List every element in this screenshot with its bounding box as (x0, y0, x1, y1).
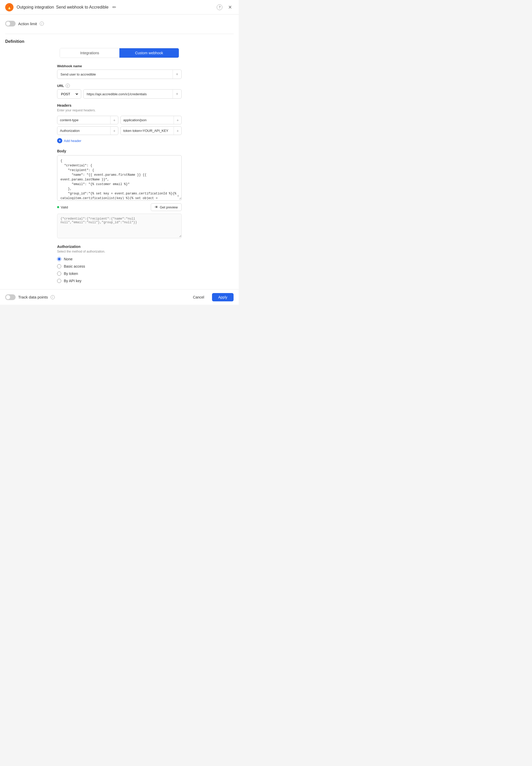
radio-none[interactable] (57, 257, 61, 261)
header-subtitle: Send webhook to Accredible (56, 5, 108, 10)
radio-item-api-key[interactable]: By API key (57, 279, 182, 283)
tab-custom-webhook[interactable]: Custom webhook (119, 48, 179, 58)
divider-1 (5, 34, 234, 34)
header-key-2-input[interactable] (57, 127, 110, 135)
header-key-1-wrap: + (57, 116, 118, 124)
track-data-info-icon: i (51, 295, 55, 299)
add-header-icon: + (57, 138, 62, 143)
edit-title-button[interactable]: ✏ (111, 4, 118, 11)
track-data-toggle[interactable] (5, 294, 16, 300)
radio-item-token[interactable]: By token (57, 272, 182, 276)
body-title: Body (57, 149, 182, 153)
tab-integrations[interactable]: Integrations (60, 48, 119, 58)
preview-textarea[interactable] (57, 214, 181, 237)
definition-section: Definition Integrations Custom webhook W… (5, 39, 234, 283)
svg-text:🔥: 🔥 (7, 5, 12, 10)
radio-item-none[interactable]: None (57, 257, 182, 261)
body-textarea[interactable]: { "credential": { "recipient": { "name":… (57, 155, 181, 200)
radio-token-label: By token (64, 272, 78, 276)
radio-item-basic[interactable]: Basic access (57, 264, 182, 268)
help-button[interactable]: ? (216, 4, 223, 11)
header-key-2-wrap: + (57, 126, 118, 135)
auth-subtitle: Select the method of authorization. (57, 250, 182, 253)
apply-button[interactable]: Apply (212, 293, 234, 301)
action-limit-label: Action limit (18, 22, 37, 26)
webhook-name-input[interactable] (57, 70, 173, 79)
valid-row: Valid 👁 Get preview (57, 203, 182, 211)
headers-section: Headers Enter your request headers. + + (57, 103, 182, 144)
header-title: Outgoing integration (17, 5, 54, 10)
form-section: Webhook name + URL i POST (57, 64, 182, 283)
track-data-slider (5, 294, 16, 300)
radio-basic-label: Basic access (64, 264, 85, 268)
action-limit-info-icon: i (40, 22, 44, 26)
body-plus-button[interactable]: + (177, 194, 179, 198)
track-data-row: Track data points i (5, 294, 55, 300)
body-textarea-wrap: { "credential": { "recipient": { "name":… (57, 155, 182, 201)
header-key-1-input[interactable] (57, 116, 110, 124)
add-header-label: Add header (64, 139, 81, 143)
header-row-1: + + (57, 116, 182, 124)
plus-icon: + (176, 72, 178, 76)
eye-icon: 👁 (155, 205, 158, 209)
header-row-2: + + (57, 126, 182, 135)
valid-label: Valid (61, 205, 68, 209)
webhook-name-group: Webhook name + (57, 64, 182, 79)
url-info-icon: i (66, 84, 70, 88)
valid-indicator: Valid (57, 205, 68, 209)
url-input[interactable] (84, 90, 173, 98)
toggle-slider (5, 21, 16, 26)
get-preview-button[interactable]: 👁 Get preview (151, 203, 182, 211)
radio-api-key-label: By API key (64, 279, 81, 283)
method-select-wrap: POST GET PUT PATCH DELETE (57, 89, 81, 99)
footer-actions: Cancel Apply (188, 293, 234, 301)
close-icon: ✕ (228, 4, 232, 10)
header-value-2-plus[interactable]: + (174, 127, 181, 135)
url-row: POST GET PUT PATCH DELETE + (57, 89, 182, 99)
radio-basic[interactable] (57, 264, 61, 268)
url-group: URL i POST GET PUT PATCH DELETE (57, 84, 182, 99)
radio-token[interactable] (57, 272, 61, 276)
url-plus-button[interactable]: + (173, 90, 181, 98)
tab-bar: Integrations Custom webhook (60, 48, 179, 58)
plus-icon-url: + (176, 92, 178, 96)
radio-none-label: None (64, 257, 72, 261)
header-value-1-input[interactable] (121, 116, 174, 124)
footer: Track data points i Cancel Apply (0, 289, 239, 305)
track-data-label: Track data points (18, 295, 48, 299)
app-header: 🔥 Outgoing integration Send webhook to A… (0, 0, 239, 15)
webhook-name-input-wrap: + (57, 70, 182, 79)
body-section: Body { "credential": { "recipient": { "n… (57, 149, 182, 238)
help-icon: ? (217, 4, 222, 10)
headers-subtitle: Enter your request headers. (57, 109, 182, 112)
radio-api-key[interactable] (57, 279, 61, 283)
valid-dot (57, 206, 59, 208)
get-preview-label: Get preview (160, 205, 178, 209)
header-value-2-wrap: + (120, 126, 182, 135)
header-key-1-plus[interactable]: + (110, 116, 118, 124)
radio-group: None Basic access By token By API key (57, 257, 182, 283)
header-value-1-wrap: + (120, 116, 182, 124)
add-header-button[interactable]: + Add header (57, 137, 81, 144)
main-content: Action limit i Definition Integrations C… (0, 15, 239, 289)
close-button[interactable]: ✕ (226, 4, 234, 11)
header-actions: ? ✕ (216, 4, 234, 11)
header-value-1-plus[interactable]: + (174, 116, 181, 124)
app-logo: 🔥 (5, 3, 13, 11)
headers-title: Headers (57, 103, 182, 107)
section-title: Definition (5, 39, 234, 44)
preview-textarea-wrap (57, 214, 182, 238)
plus-icon-body: + (177, 194, 179, 198)
action-limit-row: Action limit i (5, 21, 234, 26)
url-label: URL i (57, 84, 182, 88)
authorization-section: Authorization Select the method of autho… (57, 245, 182, 283)
cancel-button[interactable]: Cancel (188, 293, 209, 301)
header-value-2-input[interactable] (121, 127, 174, 135)
method-select[interactable]: POST GET PUT PATCH DELETE (59, 90, 79, 98)
webhook-name-plus-button[interactable]: + (173, 70, 181, 79)
url-input-wrap: + (83, 89, 182, 99)
action-limit-toggle[interactable] (5, 21, 16, 26)
header-key-2-plus[interactable]: + (110, 127, 118, 135)
webhook-name-label: Webhook name (57, 64, 182, 68)
auth-title: Authorization (57, 245, 182, 249)
